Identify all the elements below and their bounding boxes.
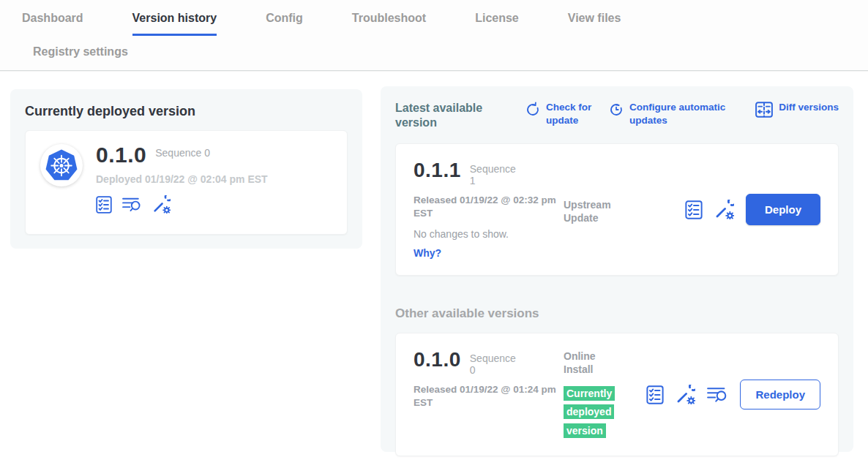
refresh-icon <box>525 101 540 119</box>
redeploy-button[interactable]: Redeploy <box>740 380 820 410</box>
preflight-checks-icon[interactable] <box>685 200 703 219</box>
other-sequence-label: Sequence 0 <box>470 352 518 376</box>
tab-troubleshoot[interactable]: Troubleshoot <box>352 12 426 34</box>
deployed-version-card: 0.1.0 Sequence 0 Deployed 01/19/22 @ 02:… <box>25 130 348 235</box>
other-version-card: 0.1.0 Sequence 0 Released 01/19/22 @ 01:… <box>395 333 839 456</box>
latest-version-card: 0.1.1 Sequence 1 Released 01/19/22 @ 02:… <box>395 143 839 276</box>
diff-icon <box>755 101 773 121</box>
diff-versions-label: Diff versions <box>779 101 839 114</box>
latest-sequence-label: Sequence 1 <box>470 163 518 186</box>
deployed-timestamp: Deployed 01/19/22 @ 02:04 pm EST <box>96 173 268 185</box>
edit-config-wrench-icon[interactable] <box>714 200 734 219</box>
preflight-checks-icon[interactable] <box>646 385 664 404</box>
deployed-sequence-label: Sequence 0 <box>155 147 210 159</box>
latest-card-actions: Deploy <box>685 194 820 225</box>
edit-config-wrench-icon[interactable] <box>676 385 695 404</box>
check-for-update-label: Check for update <box>546 101 600 127</box>
other-version-info: 0.1.0 Sequence 0 Released 01/19/22 @ 01:… <box>414 350 564 409</box>
other-available-versions-title: Other available versions <box>395 306 839 321</box>
configure-automatic-updates-label: Configure automatic updates <box>629 101 747 127</box>
deployed-version-number: 0.1.0 <box>96 144 146 166</box>
why-link[interactable]: Why? <box>414 247 564 259</box>
top-nav: Dashboard Version history Config Trouble… <box>0 0 868 71</box>
other-version-number: 0.1.0 <box>414 350 461 370</box>
edit-config-wrench-icon[interactable] <box>152 195 171 214</box>
currently-deployed-badge: Currently deployed version <box>564 386 615 438</box>
currently-deployed-panel: Currently deployed version <box>10 89 362 249</box>
diff-versions-link[interactable]: Diff versions <box>755 101 839 127</box>
deploy-button[interactable]: Deploy <box>746 194 820 225</box>
no-changes-note: No changes to show. <box>414 228 564 240</box>
latest-actions: Check for update Configure automatic upd… <box>505 101 839 127</box>
latest-version-info: 0.1.1 Sequence 1 Released 01/19/22 @ 02:… <box>414 160 564 259</box>
tab-registry-settings[interactable]: Registry settings <box>33 45 128 67</box>
latest-source-column: Upstream Update <box>564 198 640 224</box>
latest-available-title: Latest available version <box>395 101 505 130</box>
other-card-actions: Redeploy <box>646 380 820 410</box>
deployed-version-info: 0.1.0 Sequence 0 Deployed 01/19/22 @ 02:… <box>96 144 268 214</box>
deploy-logs-icon[interactable] <box>707 385 728 404</box>
other-released-timestamp: Released 01/19/22 @ 01:24 pm EST <box>414 383 556 409</box>
latest-released-timestamp: Released 01/19/22 @ 02:32 pm EST <box>414 194 556 219</box>
upstream-update-label: Upstream Update <box>564 198 621 224</box>
deploy-logs-icon[interactable] <box>122 196 142 213</box>
kubernetes-logo <box>40 144 83 186</box>
check-for-update-link[interactable]: Check for update <box>525 101 600 127</box>
tab-view-files[interactable]: View files <box>568 12 621 34</box>
tab-config[interactable]: Config <box>266 12 303 34</box>
tab-dashboard[interactable]: Dashboard <box>22 12 83 34</box>
preflight-checks-icon[interactable] <box>96 196 112 214</box>
tab-license[interactable]: License <box>475 12 519 34</box>
tab-version-history[interactable]: Version history <box>132 12 217 36</box>
auto-update-clock-icon <box>609 101 624 119</box>
other-source-column: Online Install Currently deployed versio… <box>564 350 640 439</box>
nav-row-2: Registry settings <box>0 36 868 67</box>
nav-row-1: Dashboard Version history Config Trouble… <box>0 0 868 36</box>
latest-available-header: Latest available version Check for updat… <box>395 101 839 130</box>
latest-version-number: 0.1.1 <box>414 160 461 181</box>
online-install-label: Online Install <box>564 350 607 376</box>
configure-automatic-updates-link[interactable]: Configure automatic updates <box>609 101 747 127</box>
latest-available-panel: Latest available version Check for updat… <box>381 86 853 452</box>
currently-deployed-title: Currently deployed version <box>25 104 348 119</box>
